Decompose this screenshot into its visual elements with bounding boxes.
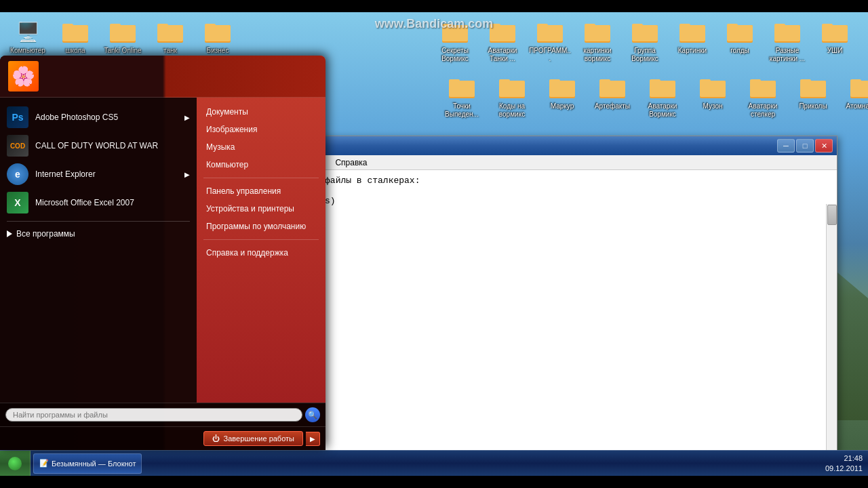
taskbar-notepad[interactable]: 📝 Безымянный — Блокнот xyxy=(33,453,142,474)
svg-rect-29 xyxy=(679,24,690,27)
icon-label: Разные картинки ... xyxy=(766,47,809,63)
desktop-icon-avatars-wormix[interactable]: Аватарки Вормикс xyxy=(638,71,687,121)
desktop-icon-kody[interactable]: Коды на вормикс xyxy=(488,71,536,121)
start-link-control-panel[interactable]: Панель управления xyxy=(197,182,326,200)
menu-help[interactable]: Справка xyxy=(330,157,372,169)
desktop-icon-programs[interactable]: ПРОГРАММ... xyxy=(526,16,574,73)
start-item-ie[interactable]: e Internet Explorer ▶ xyxy=(0,160,197,188)
desktop-icon-golds[interactable]: голды xyxy=(715,16,764,73)
svg-rect-64 xyxy=(800,81,826,97)
start-menu: 🌸 Ps Adobe Photoshop CS5 ▶ COD CALL OF D xyxy=(0,56,326,450)
start-link-devices[interactable]: Устройства и принтеры xyxy=(197,200,326,218)
all-programs-label: Все программы xyxy=(16,229,75,239)
start-link-documents[interactable]: Документы xyxy=(197,103,326,121)
svg-rect-53 xyxy=(599,79,610,83)
desktop-icon-artefakty[interactable]: Артефакты xyxy=(588,71,637,121)
svg-rect-26 xyxy=(632,24,643,27)
start-menu-left-panel: Ps Adobe Photoshop CS5 ▶ COD CALL OF DUT… xyxy=(0,98,197,403)
desktop-icon-ushi[interactable]: УШИ xyxy=(810,16,859,73)
svg-rect-65 xyxy=(800,79,811,83)
shutdown-arrow-button[interactable]: ▶ xyxy=(306,432,320,446)
folder-icon xyxy=(774,18,801,45)
start-item-label: Microsoft Office Excel 2007 xyxy=(35,198,134,207)
svg-rect-59 xyxy=(700,79,711,83)
clock-date: 09.12.2011 xyxy=(825,464,863,473)
start-search-button[interactable]: 🔍 xyxy=(305,407,320,422)
icon-label: школа xyxy=(65,47,85,55)
start-menu-search: 🔍 xyxy=(0,403,326,426)
icon-label: Музон xyxy=(703,102,723,110)
notepad-scrollbar[interactable] xyxy=(826,204,837,460)
svg-rect-22 xyxy=(585,25,610,41)
desktop-icon-raznyie[interactable]: Разные картинки ... xyxy=(763,16,812,73)
watermark: www.Bandicam.com xyxy=(375,17,493,31)
arrow-right-icon xyxy=(7,230,12,237)
start-button[interactable] xyxy=(0,451,31,476)
svg-rect-55 xyxy=(650,81,675,97)
icon-label: Маркур xyxy=(551,102,574,110)
svg-rect-8 xyxy=(157,24,168,27)
icon-label: Аватарки Танки ... xyxy=(481,47,524,63)
photoshop-icon: Ps xyxy=(7,106,28,128)
svg-rect-47 xyxy=(499,79,510,83)
folder-icon xyxy=(498,74,526,101)
svg-rect-49 xyxy=(549,81,575,97)
folder-icon xyxy=(631,18,658,45)
start-item-excel[interactable]: X Microsoft Office Excel 2007 xyxy=(0,188,197,217)
icon-label: Точки Выпеден... xyxy=(440,102,484,119)
svg-rect-19 xyxy=(537,25,563,41)
icon-label: Артефакты xyxy=(595,102,630,110)
shutdown-button[interactable]: ⏻ Завершение работы xyxy=(203,431,303,446)
svg-rect-38 xyxy=(822,24,833,27)
svg-rect-2 xyxy=(62,24,73,27)
start-link-default-programs[interactable]: Программы по умолчанию xyxy=(197,218,326,235)
svg-rect-28 xyxy=(679,25,705,41)
svg-rect-5 xyxy=(110,24,121,27)
all-programs-button[interactable]: Все программы xyxy=(0,226,197,242)
desktop-icon-kartinki[interactable]: Картинки xyxy=(668,16,717,73)
desktop-icon-markup[interactable]: Маркур xyxy=(538,71,587,121)
desktop-icon-atom[interactable]: Атомная ... xyxy=(839,71,868,121)
svg-rect-32 xyxy=(727,24,738,27)
desktop-icon-group-wormix[interactable]: Группа Вормикс xyxy=(620,16,669,73)
svg-rect-10 xyxy=(205,25,231,41)
start-link-help[interactable]: Справка и поддержка xyxy=(197,244,326,262)
svg-rect-35 xyxy=(774,24,785,27)
taskbar-clock[interactable]: 21:48 09.12.2011 xyxy=(825,453,863,473)
folder-icon xyxy=(536,18,564,45)
start-divider-right2 xyxy=(203,239,319,240)
icon-label: голды xyxy=(730,47,749,55)
shutdown-label: Завершение работы xyxy=(224,434,294,443)
desktop-icon-pics-wormix[interactable]: картинки вормикс xyxy=(573,16,622,73)
start-item-cod[interactable]: COD CALL OF DUTY WORLD AT WAR xyxy=(0,131,197,160)
desktop-icon-prikoly[interactable]: Приколы xyxy=(789,71,837,121)
start-link-computer[interactable]: Компьютер xyxy=(197,156,326,174)
close-button[interactable]: ✕ xyxy=(815,139,833,152)
black-bar-top xyxy=(0,0,868,12)
svg-rect-62 xyxy=(750,79,761,83)
clock-time: 21:48 xyxy=(825,453,863,463)
start-orb-icon xyxy=(8,457,22,470)
desktop-icon-avatars-glass[interactable]: Аватарки стелкер xyxy=(738,71,787,121)
folder-icon xyxy=(204,18,231,45)
desktop-icon-muzon2[interactable]: Музон xyxy=(688,71,737,121)
start-item-label: Internet Explorer xyxy=(35,169,96,179)
start-link-music[interactable]: Музыка xyxy=(197,138,326,156)
minimize-button[interactable]: ─ xyxy=(777,139,795,152)
svg-rect-25 xyxy=(632,25,658,41)
icon-label: Группа Вормикс xyxy=(623,47,667,63)
start-divider-right xyxy=(203,178,319,178)
start-link-images[interactable]: Изображения xyxy=(197,121,326,138)
icon-label: Атомная ... xyxy=(846,102,868,110)
svg-rect-34 xyxy=(774,25,800,41)
desktop-icon-tochki[interactable]: Точки Выпеден... xyxy=(437,71,486,121)
svg-rect-44 xyxy=(449,79,460,83)
scrollbar-thumb[interactable] xyxy=(827,205,837,225)
start-item-photoshop[interactable]: Ps Adobe Photoshop CS5 ▶ xyxy=(0,103,197,131)
icon-label: танк xyxy=(163,47,177,55)
start-search-input[interactable] xyxy=(5,408,302,422)
folder-icon xyxy=(599,74,626,101)
window-controls: ─ □ ✕ xyxy=(777,139,833,152)
maximize-button[interactable]: □ xyxy=(796,139,814,152)
icon-label: ПРОГРАММ... xyxy=(528,47,572,63)
